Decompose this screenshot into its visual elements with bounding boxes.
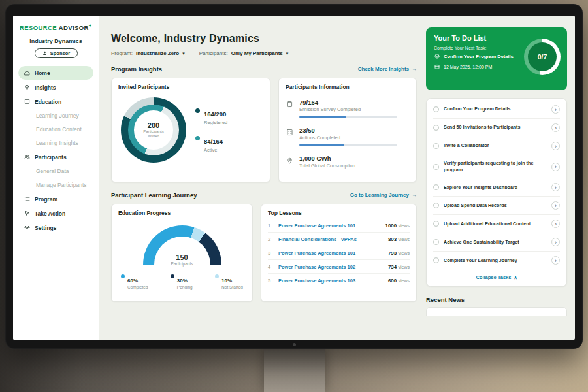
sidebar-item-label: Manage Participants (36, 182, 87, 188)
sidebar-item-education[interactable]: Education (18, 95, 93, 108)
legend-item-completed: 60% Completed (121, 273, 148, 289)
home-icon (24, 69, 31, 76)
sidebar-item-label: Learning Insights (36, 140, 78, 146)
lesson-views-value: 600 (388, 278, 397, 284)
task-label: Send 50 Invitations to Participants (444, 124, 547, 131)
chevron-right-icon[interactable] (551, 201, 560, 210)
lesson-link[interactable]: Power Purchase Agreements 101 (278, 223, 380, 229)
sidebar-item-home[interactable]: Home (18, 66, 93, 80)
task-row[interactable]: Verify participants requesting to join t… (433, 155, 560, 178)
legend-value: 30% (177, 278, 188, 284)
chevron-right-icon[interactable] (551, 142, 560, 150)
pointer-icon (24, 210, 31, 217)
clipboard-icon (286, 100, 294, 108)
task-row[interactable]: Upload Spend Data Records (433, 197, 560, 215)
task-row[interactable]: Achieve One Sustainability Target (433, 233, 560, 252)
task-row[interactable]: Invite a Collaborator (433, 137, 560, 155)
task-checkbox[interactable] (433, 203, 439, 208)
sidebar-item-label: Program (35, 196, 57, 203)
task-row[interactable]: Complete Your Learning Journey (433, 252, 560, 269)
top-lessons-card: Top Lessons 1 Power Purchase Agreements … (261, 204, 417, 302)
sidebar-nav: Home Insights Education Learning Journey… (18, 66, 93, 235)
card-title: Education Progress (118, 210, 246, 216)
task-checkbox[interactable] (433, 221, 439, 227)
task-row[interactable]: Send 50 Invitations to Participants (433, 119, 560, 137)
legend-label: Active (204, 147, 223, 153)
todo-progress-value: 0/7 (528, 42, 557, 71)
legend-dot (215, 274, 219, 278)
sidebar-item-learning-insights[interactable]: Learning Insights (18, 137, 93, 150)
chevron-up-icon (514, 274, 517, 280)
lesson-views-suffix: views (398, 251, 410, 255)
sidebar-item-label: Education (35, 99, 61, 105)
program-select[interactable]: Program: Industrialize Zero (111, 50, 185, 56)
task-row[interactable]: Confirm Your Program Details (433, 101, 560, 119)
task-checkbox[interactable] (433, 106, 439, 112)
gauge-center-value: 150 (143, 253, 221, 261)
task-checkbox[interactable] (433, 239, 439, 245)
chevron-right-icon[interactable] (551, 123, 560, 132)
section-title: Participant Learning Journey (111, 191, 197, 199)
legend-label: Pending (177, 285, 193, 289)
chevron-right-icon[interactable] (551, 238, 560, 246)
legend-dot (121, 274, 125, 278)
legend-dot (195, 108, 200, 113)
task-checkbox[interactable] (433, 125, 439, 131)
lesson-row: 1 Power Purchase Agreements 101 1000 vie… (268, 219, 410, 233)
chevron-right-icon[interactable] (551, 105, 560, 114)
task-row[interactable]: Explore Your Insights Dashboard (433, 178, 560, 197)
chevron-right-icon[interactable] (551, 220, 560, 228)
lesson-rank: 2 (268, 237, 273, 242)
main-content: Welcome, Industry Dynamics Program: Indu… (99, 16, 426, 340)
task-checkbox[interactable] (433, 184, 439, 190)
lesson-link[interactable]: Financial Considerations - VPPAs (278, 237, 383, 242)
lesson-row: 3 Power Purchase Agreements 101 793 view… (268, 246, 410, 260)
task-checkbox[interactable] (433, 143, 439, 149)
filter-bar: Program: Industrialize Zero Participants… (111, 50, 417, 56)
sidebar-item-general-data[interactable]: General Data (18, 165, 93, 178)
info-row-actions: 23/50 Actions Completed (286, 127, 410, 146)
org-name: Industry Dynamics (18, 38, 93, 44)
chevron-right-icon[interactable] (551, 256, 560, 265)
lesson-link[interactable]: Power Purchase Agreements 103 (278, 278, 383, 284)
logo-secondary: ADVISOR (59, 24, 89, 31)
donut-legend: 164/200 Registered 84/164 Active (195, 107, 227, 153)
sidebar-item-label: Home (35, 70, 50, 76)
lesson-row: 2 Financial Considerations - VPPAs 803 v… (268, 233, 410, 246)
task-checkbox[interactable] (433, 257, 439, 263)
collapse-label: Collapse Tasks (476, 274, 511, 280)
info-label: Emission Survey Completed (299, 106, 397, 112)
task-label: Upload Spend Data Records (444, 203, 547, 209)
sidebar-item-participants[interactable]: Participants (18, 150, 93, 164)
monitor-logo-dot (293, 343, 296, 346)
sidebar-item-program[interactable]: Program (18, 192, 93, 206)
task-checkbox[interactable] (433, 164, 439, 170)
recent-news-heading: Recent News (426, 296, 567, 303)
task-label: Complete Your Learning Journey (444, 257, 547, 264)
list-icon (24, 195, 31, 203)
sidebar-item-learning-journey[interactable]: Learning Journey (18, 109, 93, 122)
progress-bar (299, 116, 397, 118)
go-to-learning-journey-link[interactable]: Go to Learning Journey (350, 192, 417, 198)
participants-select[interactable]: Participants: Only My Participants (199, 50, 289, 56)
check-more-insights-link[interactable]: Check More Insights (358, 66, 417, 72)
chevron-right-icon[interactable] (551, 163, 560, 171)
sidebar-item-take-action[interactable]: Take Action (18, 206, 93, 220)
gauge-legend: 60% Completed 30% Pending (118, 273, 246, 289)
sidebar-item-insights[interactable]: Insights (18, 80, 93, 94)
task-row[interactable]: Upload Additional Educational Content (433, 215, 560, 233)
sidebar-item-manage-participants[interactable]: Manage Participants (18, 178, 93, 191)
collapse-tasks-link[interactable]: Collapse Tasks (433, 269, 560, 283)
lesson-link[interactable]: Power Purchase Agreements 102 (278, 264, 383, 270)
gauge-center-label: Participants (143, 261, 221, 266)
lesson-link[interactable]: Power Purchase Agreements 101 (278, 250, 383, 256)
legend-dot (171, 274, 174, 278)
learning-cards-row: Education Progress 150 Participants 60% (111, 204, 417, 302)
lightbulb-icon (24, 84, 31, 91)
education-progress-card: Education Progress 150 Participants 60% (111, 204, 253, 302)
sidebar-item-education-content[interactable]: Education Content (18, 123, 93, 136)
link-label: Go to Learning Journey (350, 192, 409, 198)
learning-journey-header: Participant Learning Journey Go to Learn… (111, 191, 417, 199)
chevron-right-icon[interactable] (551, 183, 560, 191)
sidebar-item-settings[interactable]: Settings (18, 221, 93, 235)
